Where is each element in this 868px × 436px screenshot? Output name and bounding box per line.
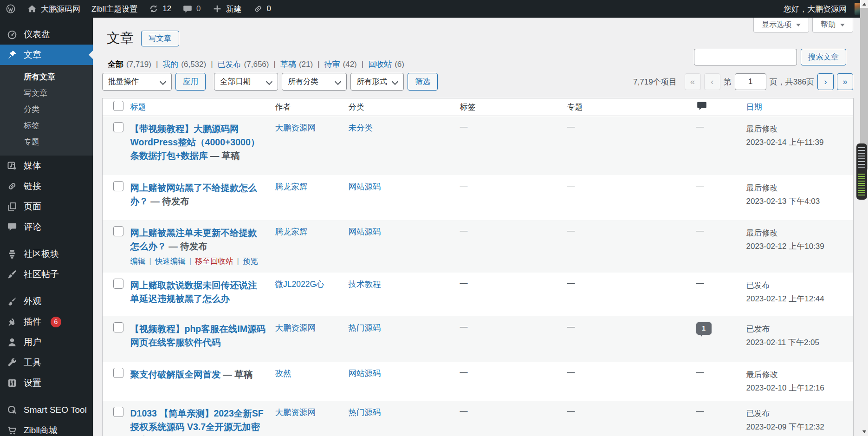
dashboard-icon	[6, 29, 18, 40]
row-checkbox[interactable]	[113, 279, 123, 289]
sidebar-item-dashboard[interactable]: 仪表盘	[0, 24, 93, 45]
sidebar-item-appearance[interactable]: 外观	[0, 291, 93, 312]
date-status: 最后修改	[746, 122, 849, 136]
scroll-down-arrow[interactable]	[860, 428, 868, 436]
wordpress-logo-icon	[6, 4, 16, 14]
apply-button[interactable]: 应用	[175, 73, 206, 91]
submenu-topics[interactable]: 专题	[0, 134, 93, 150]
date-value: 2023-02-12 上午10:39	[746, 240, 849, 253]
next-page-button[interactable]: ›	[817, 73, 834, 90]
category-link[interactable]: 热门源码	[349, 408, 381, 417]
sidebar-item-plugins[interactable]: 插件 6	[0, 312, 93, 332]
category-link[interactable]: 热门源码	[349, 323, 381, 332]
filter-published[interactable]: 已发布 (7,656)	[206, 59, 269, 70]
sidebar-item-settings[interactable]: 设置	[0, 373, 93, 393]
widget-green-stripes	[858, 174, 865, 196]
edit-action[interactable]: 编辑	[130, 257, 146, 265]
links-counter-menu[interactable]: 0	[247, 0, 277, 18]
vertical-scrollbar[interactable]	[860, 0, 868, 436]
row-checkbox[interactable]	[113, 368, 123, 378]
column-header-title[interactable]: 标题	[126, 98, 271, 116]
filter-drafts[interactable]: 草稿 (21)	[269, 59, 313, 70]
post-title-link[interactable]: 聚支付破解版全网首发	[130, 369, 221, 379]
sidebar-item-community-posts[interactable]: 社区帖子	[0, 264, 93, 285]
post-title-link[interactable]: 网上赌被网站黑了不给提款怎么办？	[130, 182, 257, 206]
sidebar-item-comments[interactable]: 评论	[0, 217, 93, 237]
select-all-checkbox[interactable]	[113, 101, 123, 111]
category-link[interactable]: 技术教程	[349, 280, 381, 289]
sidebar-item-posts[interactable]: 文章	[0, 45, 93, 65]
row-checkbox[interactable]	[113, 322, 123, 332]
category-link[interactable]: 网站源码	[349, 369, 381, 378]
updates-menu[interactable]: 12	[143, 0, 177, 18]
post-title-link[interactable]: 网上赌取款说数据未回传还说注单延迟违规被黑了怎么办	[130, 280, 257, 304]
post-row: 【带视频教程】大鹏源码网WordPress整站（4000+3000）条数据打包+…	[103, 116, 854, 175]
last-page-button[interactable]: »	[837, 73, 853, 90]
update-icon	[149, 4, 159, 14]
category-link[interactable]: 网站源码	[349, 227, 381, 236]
screen-options-tab[interactable]: 显示选项	[753, 18, 809, 33]
zibll-theme-settings-menu[interactable]: Zibll主题设置	[86, 0, 143, 18]
post-title-link[interactable]: 【带视频教程】大鹏源码网WordPress整站（4000+3000）条数据打包+…	[130, 124, 260, 161]
category-link[interactable]: 未分类	[349, 123, 373, 132]
author-link[interactable]: 大鹏资源网	[275, 408, 316, 417]
filter-mine[interactable]: 我的 (6,532)	[151, 59, 206, 70]
row-checkbox[interactable]	[113, 226, 123, 236]
current-page-input[interactable]	[735, 73, 766, 90]
wordpress-logo-menu[interactable]	[0, 0, 21, 18]
filter-all[interactable]: 全部 (7,719)	[108, 59, 151, 70]
column-header-date[interactable]: 日期	[742, 98, 854, 116]
author-link[interactable]: 大鹏资源网	[275, 123, 316, 132]
menu-separator	[0, 237, 93, 244]
date-value: 2023-02-10 上午12:16	[746, 381, 849, 395]
row-checkbox[interactable]	[113, 122, 123, 132]
sidebar-item-media[interactable]: 媒体	[0, 156, 93, 176]
wrench-icon	[6, 357, 18, 368]
post-row: 网上赌被黑注单未更新不给提款怎么办？ — 待发布 编辑快速编辑移至回收站预览 腾…	[103, 220, 854, 273]
search-input[interactable]	[694, 49, 797, 65]
row-checkbox[interactable]	[113, 407, 123, 417]
filter-pending[interactable]: 待审 (42)	[313, 59, 357, 70]
row-checkbox[interactable]	[113, 181, 123, 191]
bulk-action-select[interactable]: 批量操作	[102, 73, 172, 91]
sidebar-item-links[interactable]: 链接	[0, 176, 93, 196]
quick-edit-action[interactable]: 快速编辑	[146, 257, 186, 265]
submenu-all-posts[interactable]: 所有文章	[0, 69, 93, 85]
sidebar-item-smart-seo-tool[interactable]: Smart SEO Tool	[0, 400, 93, 420]
comments-menu[interactable]: 0	[177, 0, 206, 18]
account-menu[interactable]: 您好，大鹏资源网	[778, 0, 868, 18]
format-filter-select[interactable]: 所有形式	[350, 73, 404, 91]
scroll-up-arrow[interactable]	[860, 0, 868, 8]
category-filter-select[interactable]: 所有分类	[282, 73, 347, 91]
author-link[interactable]: 微JL2022G心	[275, 280, 324, 289]
sidebar-item-users[interactable]: 用户	[0, 332, 93, 352]
author-link[interactable]: 大鹏资源网	[275, 323, 316, 332]
author-link[interactable]: 腾龙家辉	[275, 182, 308, 191]
post-title-link[interactable]: D1033 【简单亲测】2023全新SF授权系统源码 V3.7全开源无加密版本	[130, 408, 264, 436]
author-link[interactable]: 孜然	[275, 369, 291, 378]
help-tab[interactable]: 帮助	[812, 18, 853, 33]
sidebar-item-pages[interactable]: 页面	[0, 196, 93, 217]
submenu-categories[interactable]: 分类	[0, 101, 93, 117]
prev-page-button: ‹	[704, 73, 720, 90]
menu-separator	[0, 285, 93, 291]
submenu-add-new-post[interactable]: 写文章	[0, 85, 93, 101]
author-link[interactable]: 腾龙家辉	[275, 227, 308, 236]
category-link[interactable]: 网站源码	[349, 182, 381, 191]
comment-count-badge[interactable]: 1	[696, 322, 712, 335]
submenu-tags[interactable]: 标签	[0, 117, 93, 134]
sidebar-item-zibll-store[interactable]: Zibll商城	[0, 420, 93, 436]
scroll-extension-widget[interactable]	[856, 143, 867, 200]
filter-trash[interactable]: 回收站 (6)	[357, 59, 404, 70]
post-title-link[interactable]: 【视频教程】php客服在线IM源码网页在线客服软件代码	[130, 324, 266, 347]
search-posts-button[interactable]: 搜索文章	[801, 49, 846, 65]
add-new-post-button[interactable]: 写文章	[141, 31, 179, 46]
sidebar-item-tools[interactable]: 工具	[0, 352, 93, 373]
filter-button[interactable]: 筛选	[408, 73, 438, 91]
preview-action[interactable]: 预览	[233, 257, 258, 265]
sidebar-item-community-boards[interactable]: 社区板块	[0, 244, 93, 264]
site-name-menu[interactable]: 大鹏源码网	[21, 0, 86, 18]
new-content-menu[interactable]: 新建	[207, 0, 247, 18]
trash-action[interactable]: 移至回收站	[186, 257, 233, 265]
date-filter-select[interactable]: 全部日期	[214, 73, 278, 91]
